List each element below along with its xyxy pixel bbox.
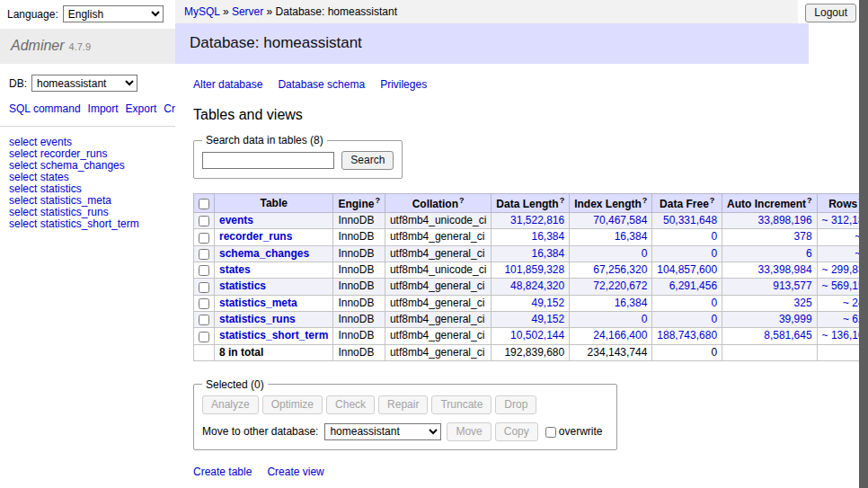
breadcrumb-item[interactable]: Server (232, 5, 263, 18)
row-select-cell (194, 245, 215, 262)
row-select-checkbox[interactable] (199, 249, 209, 260)
help-link[interactable]: ? (375, 196, 380, 205)
search-input[interactable] (202, 152, 334, 169)
value-link[interactable]: 50,331,648 (663, 214, 717, 226)
overwrite-checkbox[interactable] (545, 427, 556, 438)
table-link[interactable]: states (219, 263, 251, 276)
value-link[interactable]: 325 (794, 297, 812, 309)
bulk-action-button[interactable]: Truncate (431, 395, 492, 414)
help-link[interactable]: ? (560, 196, 565, 205)
table-link[interactable]: schema_changes (219, 247, 309, 260)
value-link[interactable]: 378 (794, 230, 812, 243)
row-select-checkbox[interactable] (199, 315, 209, 325)
value-link[interactable]: 0 (711, 297, 717, 309)
column-header-collation: Collation? (385, 194, 491, 213)
move-button[interactable]: Move (447, 422, 491, 441)
table-link[interactable]: statistics_short_term (219, 329, 328, 342)
bulk-action-button[interactable]: Repair (378, 395, 428, 414)
copy-button[interactable]: Copy (495, 422, 538, 441)
sidebar-action-link[interactable]: Import (88, 102, 119, 115)
database-action-link[interactable]: Database schema (278, 78, 365, 91)
value-link[interactable]: ~ 628 (843, 313, 859, 325)
bulk-action-button[interactable]: Check (326, 395, 375, 414)
sidebar-table-link[interactable]: select statistics_short_term (9, 218, 166, 230)
sidebar-action-link[interactable]: SQL command (9, 102, 81, 115)
value-link[interactable]: 48,824,320 (510, 279, 564, 292)
database-action-link[interactable]: Privileges (380, 78, 427, 91)
bulk-action-button[interactable]: Analyze (202, 395, 259, 414)
value-link[interactable]: ~ 312,180 (822, 214, 859, 226)
search-button[interactable]: Search (341, 151, 394, 170)
value-cell: ~ 312,180 (817, 213, 859, 229)
create-link[interactable]: Create table (193, 466, 252, 478)
value-link[interactable]: ~ 136,108 (822, 329, 859, 342)
value-link[interactable]: 49,152 (531, 313, 564, 325)
help-link[interactable]: ? (710, 196, 715, 205)
value-link[interactable]: 913,577 (773, 279, 811, 292)
select-all-checkbox[interactable] (199, 199, 209, 209)
table-link[interactable]: statistics (219, 279, 266, 292)
value-cell: ~ 3 (817, 245, 859, 262)
value-link[interactable]: 33,398,984 (758, 263, 812, 276)
bulk-action-button[interactable]: Drop (495, 395, 536, 414)
value-link[interactable]: 8,581,645 (764, 329, 811, 342)
value-link[interactable]: 49,152 (531, 297, 564, 309)
value-link[interactable]: 31,522,816 (510, 214, 564, 226)
vertical-scrollbar[interactable] (859, 0, 868, 488)
value-link[interactable]: 101,859,328 (504, 263, 564, 276)
value-link[interactable]: 0 (711, 247, 717, 260)
move-db-select[interactable]: homeassistant (324, 423, 441, 440)
overwrite-label[interactable]: overwrite (559, 425, 603, 438)
value-link[interactable]: 70,467,584 (593, 214, 647, 226)
help-link[interactable]: ? (459, 196, 465, 205)
scrollbar-thumb[interactable] (859, 0, 868, 488)
value-link[interactable]: 16,384 (615, 297, 648, 309)
value-link[interactable]: 16,384 (531, 247, 564, 260)
app-name[interactable]: Adminer (11, 38, 65, 53)
value-link[interactable]: ~ 569,159 (822, 279, 859, 292)
row-select-checkbox[interactable] (199, 298, 209, 309)
value-link[interactable]: 33,898,196 (758, 214, 812, 226)
value-link[interactable]: 6 (806, 247, 812, 260)
row-select-checkbox[interactable] (199, 282, 209, 293)
value-link[interactable]: ~ 244 (843, 297, 859, 309)
value-link[interactable]: 72,220,672 (593, 279, 647, 292)
row-select-cell (194, 328, 215, 344)
help-link[interactable]: ? (642, 196, 648, 205)
value-link[interactable]: 24,166,400 (593, 329, 647, 342)
help-link[interactable]: ? (807, 196, 812, 205)
table-link[interactable]: recorder_runs (219, 230, 292, 243)
value-link[interactable]: 67,256,320 (593, 263, 647, 276)
value-link[interactable]: 10,502,144 (510, 329, 564, 342)
table-link[interactable]: statistics_runs (219, 313, 296, 325)
row-select-checkbox[interactable] (199, 265, 209, 276)
value-link[interactable]: 188,743,680 (657, 329, 717, 342)
value-link[interactable]: 0 (642, 313, 648, 325)
value-link[interactable]: 0 (642, 247, 648, 260)
value-link[interactable]: ~ 299,833 (822, 263, 859, 276)
value-link[interactable]: 39,999 (779, 313, 812, 325)
breadcrumb-item[interactable]: MySQL (184, 5, 220, 18)
column-header-data-length: Data Length? (492, 194, 570, 213)
value-link[interactable]: 6,291,456 (669, 279, 717, 292)
value-link[interactable]: 0 (711, 230, 717, 243)
value-cell: ~ 244 (817, 295, 859, 311)
logout-button[interactable]: Logout (805, 4, 856, 22)
value-link[interactable]: 16,384 (531, 230, 564, 243)
value-link[interactable]: 0 (711, 313, 717, 325)
row-select-checkbox[interactable] (199, 332, 209, 342)
table-link[interactable]: statistics_meta (219, 297, 297, 309)
table-link[interactable]: events (219, 214, 253, 226)
table-row: statistics_metaInnoDButf8mb4_general_ci4… (194, 295, 860, 311)
language-select[interactable]: English (63, 5, 164, 22)
row-select-checkbox[interactable] (199, 233, 209, 244)
bulk-action-button[interactable]: Optimize (262, 395, 323, 414)
db-select[interactable]: homeassistant (31, 75, 137, 92)
database-action-link[interactable]: Alter database (193, 78, 262, 91)
create-link[interactable]: Create view (267, 466, 323, 478)
value-cell: ~ 569,159 (817, 279, 859, 295)
row-select-checkbox[interactable] (199, 216, 209, 226)
sidebar-action-link[interactable]: Export (126, 102, 157, 115)
value-link[interactable]: 16,384 (615, 230, 648, 243)
value-link[interactable]: 104,857,600 (657, 263, 717, 276)
